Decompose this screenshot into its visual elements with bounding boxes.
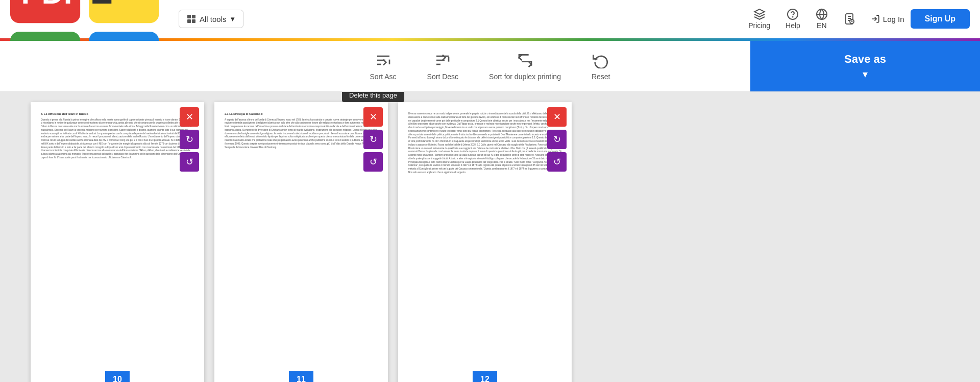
sort-asc-label: Sort Asc [370, 73, 396, 81]
help-nav-item[interactable]: Help [786, 8, 800, 30]
svg-text:2: 2 [91, 0, 113, 12]
page-12-text: Diverso manente sesce ne un modo indipen… [408, 112, 561, 175]
sort-desc-button[interactable]: Sort Desc [427, 52, 458, 81]
login-icon [871, 14, 880, 23]
signup-label: Sign Up [925, 14, 955, 23]
page-11-number: 11 [289, 371, 313, 382]
rotate-right-12-button[interactable]: ↻ [547, 130, 567, 149]
page-content-10: 3. La diffusione dell'Islam in Russia Qu… [31, 102, 204, 296]
page-content-area: 3. La diffusione dell'Islam in Russia Qu… [0, 92, 980, 382]
grid-icon [187, 15, 195, 23]
page-content-12: Diverso manente sesce ne un modo indipen… [398, 102, 572, 296]
page-10-controls: ✕ ↻ ↺ [180, 107, 199, 172]
rotate-left-12-button[interactable]: ↺ [547, 152, 567, 172]
sort-asc-icon [375, 52, 391, 68]
save-as-label: Save as [844, 53, 886, 66]
delete-page-10-button[interactable]: ✕ [180, 107, 199, 127]
delete-page-11-button[interactable]: ✕ [363, 107, 383, 127]
header: PDF 2 GO .com All tools ▾ Pricing Help [0, 0, 980, 38]
page-10-title: 3. La diffusione dell'Islam in Russia [41, 112, 194, 116]
rotate-right-10-button[interactable]: ↻ [180, 130, 199, 149]
all-tools-button[interactable]: All tools ▾ [179, 10, 243, 28]
globe-icon [816, 8, 828, 20]
page-card-12: Diverso manente sesce ne un modo indipen… [398, 102, 572, 382]
login-label: Log In [883, 15, 904, 23]
page-10-text: Quando si pensa alla Russia la prima imm… [41, 118, 194, 160]
pricing-label: Pricing [748, 21, 770, 30]
header-nav: Pricing Help EN [748, 8, 855, 30]
signup-button[interactable]: Sign Up [911, 9, 970, 29]
page-content-11: 2.1 La strategia di Caterina II A seguit… [214, 102, 388, 296]
save-as-button[interactable]: Save as ▾ [750, 41, 980, 91]
reset-label: Reset [592, 73, 610, 81]
history-icon [843, 13, 855, 25]
language-nav-item[interactable]: EN [816, 8, 828, 30]
rotate-right-11-button[interactable]: ↻ [363, 130, 383, 149]
page-card-11: 2.1 La strategia di Caterina II A seguit… [214, 102, 388, 382]
help-icon [787, 8, 799, 20]
header-actions: Log In Sign Up [871, 9, 970, 29]
reset-button[interactable]: Reset [592, 52, 610, 81]
all-tools-label: All tools [200, 15, 227, 23]
reset-icon [593, 52, 609, 68]
delete-page-12-button[interactable]: ✕ [547, 107, 567, 127]
sort-duplex-icon [517, 52, 533, 68]
save-as-chevron-icon: ▾ [863, 68, 868, 80]
rotate-left-10-button[interactable]: ↺ [180, 152, 199, 172]
page-11-title: 2.1 La strategia di Caterina II [225, 112, 378, 116]
sort-desc-label: Sort Desc [427, 73, 458, 81]
login-button[interactable]: Log In [871, 14, 904, 23]
lang-label: EN [817, 21, 826, 30]
svg-point-9 [793, 17, 793, 17]
page-10-number: 10 [105, 371, 130, 382]
sort-duplex-label: Sort for duplex printing [489, 73, 561, 81]
rotate-left-11-button[interactable]: ↺ [363, 152, 383, 172]
sort-desc-icon [434, 52, 451, 68]
pricing-icon [753, 8, 766, 20]
delete-tooltip: Delete this page [342, 92, 404, 102]
delete-btn-wrapper: Delete this page ✕ [363, 107, 383, 127]
svg-text:PDF: PDF [21, 0, 82, 10]
page-12-number: 12 [473, 371, 497, 382]
history-nav-item[interactable] [843, 13, 855, 25]
page-card-10: 3. La diffusione dell'Islam in Russia Qu… [31, 102, 204, 382]
toolbar: Sort Asc Sort Desc Sort for duplex print… [0, 41, 980, 92]
chevron-down-icon: ▾ [231, 14, 235, 23]
sort-asc-button[interactable]: Sort Asc [370, 52, 396, 81]
page-11-controls: Delete this page ✕ ↻ ↺ [363, 107, 383, 172]
help-label: Help [786, 21, 800, 30]
page-12-controls: ✕ ↻ ↺ [547, 107, 567, 172]
page-11-text: A seguito dell'ascesa al trono dell'onda… [225, 118, 378, 150]
pricing-nav-item[interactable]: Pricing [748, 8, 770, 30]
sort-duplex-button[interactable]: Sort for duplex printing [489, 52, 561, 81]
